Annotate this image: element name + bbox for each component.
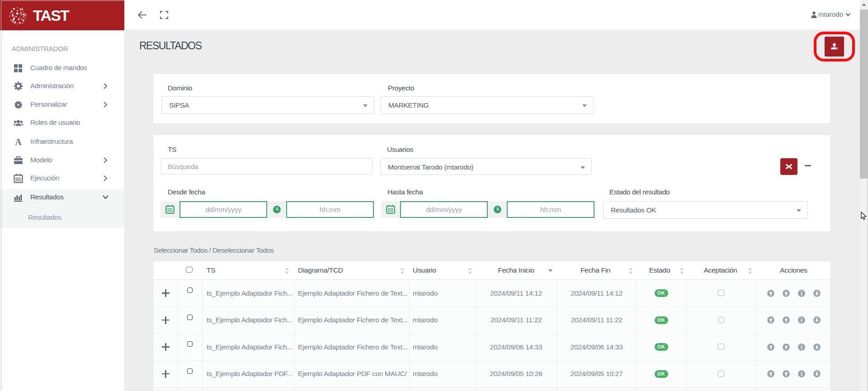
svg-text:A: A: [15, 137, 22, 146]
